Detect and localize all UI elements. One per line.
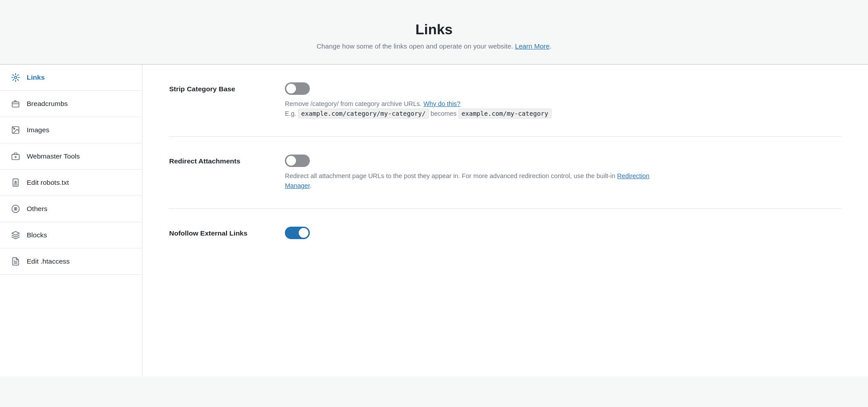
links-icon [11, 73, 20, 82]
sidebar-item-images[interactable]: Images [0, 117, 142, 143]
redirect-attachments-description: Redirect all attachment page URLs to the… [285, 171, 650, 191]
svg-point-0 [15, 77, 17, 79]
htaccess-icon [11, 256, 20, 266]
sidebar-item-edit-htaccess-label: Edit .htaccess [27, 257, 70, 265]
page-subtitle: Change how some of the links open and op… [0, 42, 868, 50]
sidebar-item-others-label: Others [27, 205, 48, 213]
redirect-attachments-toggle[interactable] [285, 155, 310, 167]
nofollow-external-section: Nofollow External Links [169, 209, 841, 248]
redirect-attachments-row: Redirect Attachments Redirect all attach… [169, 155, 841, 191]
breadcrumbs-icon [11, 99, 20, 109]
learn-more-link[interactable]: Learn More [515, 42, 550, 50]
sidebar-item-others[interactable]: Others [0, 196, 142, 222]
nofollow-external-row: Nofollow External Links [169, 227, 841, 239]
example-connector: becomes [430, 110, 456, 117]
strip-category-base-section: Strip Category Base Remove /category/ fr… [169, 65, 841, 137]
sidebar-item-edit-htaccess[interactable]: Edit .htaccess [0, 248, 142, 275]
strip-category-base-toggle[interactable] [285, 82, 310, 95]
strip-category-base-link[interactable]: Why do this? [423, 100, 460, 107]
sidebar-item-webmaster-tools[interactable]: Webmaster Tools [0, 143, 142, 170]
redirect-attachments-control: Redirect all attachment page URLs to the… [285, 155, 650, 191]
strip-category-base-label: Strip Category Base [169, 82, 267, 93]
others-icon [11, 204, 20, 214]
sidebar-item-edit-robots[interactable]: Edit robots.txt [0, 170, 142, 196]
sidebar: Links Breadcrumbs [0, 65, 142, 376]
strip-category-base-row: Strip Category Base Remove /category/ fr… [169, 82, 841, 118]
nofollow-external-label: Nofollow External Links [169, 227, 267, 237]
svg-point-9 [15, 181, 16, 183]
robots-icon [11, 178, 20, 187]
sidebar-item-images-label: Images [27, 126, 49, 134]
page-title: Links [0, 21, 868, 38]
strip-category-base-description: Remove /category/ from category archive … [285, 99, 552, 118]
example-prefix: E.g. [285, 110, 296, 117]
sidebar-item-links-label: Links [27, 73, 45, 81]
blocks-icon [11, 230, 20, 240]
example-before: example.com/category/my-category/ [298, 109, 429, 118]
images-icon [11, 125, 20, 135]
example-after: example.com/my-category [458, 109, 552, 118]
layout: Links Breadcrumbs [0, 65, 868, 376]
webmaster-icon [11, 151, 20, 161]
sidebar-item-blocks[interactable]: Blocks [0, 222, 142, 248]
sidebar-item-edit-robots-label: Edit robots.txt [27, 179, 69, 187]
strip-category-base-thumb [286, 84, 296, 94]
page-header: Links Change how some of the links open … [0, 0, 868, 64]
sidebar-item-blocks-label: Blocks [27, 231, 47, 239]
strip-category-base-control: Remove /category/ from category archive … [285, 82, 552, 118]
svg-rect-1 [12, 102, 19, 107]
main-content: Strip Category Base Remove /category/ fr… [142, 65, 868, 376]
nofollow-external-control [285, 227, 310, 239]
sidebar-item-breadcrumbs[interactable]: Breadcrumbs [0, 91, 142, 117]
sidebar-item-breadcrumbs-label: Breadcrumbs [27, 100, 68, 108]
nofollow-external-toggle[interactable] [285, 227, 310, 239]
sidebar-item-webmaster-tools-label: Webmaster Tools [27, 152, 80, 160]
redirect-attachments-label: Redirect Attachments [169, 155, 267, 165]
redirect-attachments-section: Redirect Attachments Redirect all attach… [169, 137, 841, 209]
svg-marker-15 [12, 232, 20, 235]
sidebar-item-links[interactable]: Links [0, 65, 142, 91]
